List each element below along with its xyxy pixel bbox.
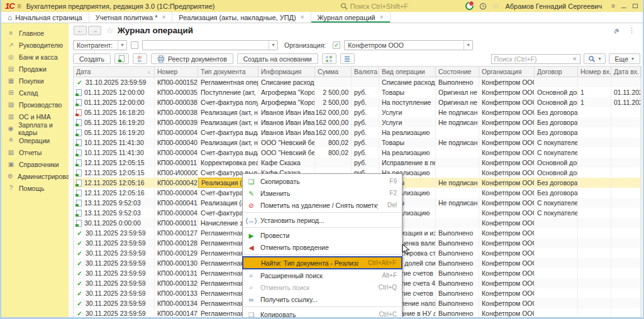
date-cell[interactable]: ✓30.11.2025 23:59:59 <box>74 238 155 248</box>
sidebar-item-производство[interactable]: ▨Производство <box>1 99 69 111</box>
incoming-number-cell[interactable] <box>578 268 611 278</box>
menu-item[interactable]: ❏КопироватьCtrl+C <box>243 308 402 319</box>
date-cell[interactable]: 12.11.2025 12:05:16 <box>74 188 155 198</box>
number-cell[interactable]: КП00-0000048 <box>155 208 198 218</box>
status-cell[interactable]: Не подписан <box>436 107 479 117</box>
sum-cell[interactable]: 162 000,00 <box>315 127 352 138</box>
organization-cell[interactable]: Конфетпром ООО <box>479 107 535 117</box>
contract-cell[interactable]: С покупателем <box>535 138 578 148</box>
organization-cell[interactable]: Конфетпром ООО <box>479 127 535 138</box>
global-search-input[interactable]: Поиск Ctrl+Shift+F <box>340 3 460 10</box>
column-header-8[interactable]: Состояние <box>436 67 479 77</box>
counterparty-filter-checkbox[interactable] <box>131 41 138 49</box>
incoming-number-cell[interactable] <box>578 148 611 158</box>
create-button[interactable]: Создать <box>73 53 111 64</box>
doc-type-cell[interactable]: Счет-фактура выданный <box>198 127 258 138</box>
incoming-number-cell[interactable] <box>578 218 611 228</box>
status-cell[interactable]: Выполнено <box>436 268 479 278</box>
close-tab-icon[interactable]: × <box>380 14 384 21</box>
operation-kind-cell[interactable]: Услуги <box>379 117 436 127</box>
organization-cell[interactable]: Конфетпром ООО <box>479 218 535 228</box>
more-button[interactable]: Еще▾ <box>609 53 640 64</box>
number-cell[interactable]: КП00-000132 <box>155 278 198 288</box>
menu-item[interactable]: ✎ИзменитьF2 <box>243 187 402 199</box>
incoming-number-cell[interactable] <box>578 208 611 218</box>
incoming-number-cell[interactable] <box>578 188 611 198</box>
date-cell[interactable]: 12.11.2025 12:05:15 <box>74 158 155 168</box>
table-row[interactable]: 10.11.2025 11:41:30КП00-000040Реализация… <box>74 138 641 148</box>
incoming-number-cell[interactable] <box>578 278 611 288</box>
number-cell[interactable]: КП00-0000045 <box>155 127 198 138</box>
organization-cell[interactable]: Конфетпром ООО <box>479 288 535 298</box>
info-cell[interactable]: ООО "Невский берег" <box>258 148 315 158</box>
contract-cell[interactable]: Основной дого... <box>535 97 578 107</box>
currency-cell[interactable] <box>352 77 379 87</box>
organization-cell[interactable]: Конфетпром ООО <box>479 238 535 248</box>
counterparty-filter-select[interactable]: Контрагент:▾ <box>73 40 127 50</box>
incoming-number-cell[interactable]: 1 <box>578 97 611 107</box>
incoming-number-cell[interactable] <box>578 158 611 168</box>
list-settings-button[interactable] <box>322 53 336 64</box>
contract-cell[interactable]: С покупателем <box>535 198 578 208</box>
organization-cell[interactable]: Конфетпром ООО <box>479 268 535 278</box>
nav-forward-button[interactable]: → <box>88 26 101 35</box>
number-cell[interactable]: КП00-000042 <box>155 178 198 188</box>
number-cell[interactable]: КП00-000035 <box>155 87 198 97</box>
contract-cell[interactable] <box>535 228 578 238</box>
number-cell[interactable]: КП00-000129 <box>155 248 198 258</box>
organization-cell[interactable]: Конфетпром ООО <box>479 138 535 148</box>
table-header-row[interactable]: Дата↓НомерТип документаИнформацияСуммаВа… <box>74 67 641 77</box>
organization-cell[interactable]: Конфетпром ООО <box>479 278 535 288</box>
number-cell[interactable]: КП00-000147 <box>155 308 198 317</box>
incoming-number-cell[interactable] <box>578 198 611 208</box>
contract-cell[interactable] <box>535 77 578 87</box>
status-cell[interactable]: Выполнено <box>436 278 479 288</box>
organization-cell[interactable]: Конфетпром ООО <box>479 198 535 208</box>
doc-type-cell[interactable]: Корректировка реализации <box>198 158 258 168</box>
incoming-date-cell[interactable] <box>611 238 641 248</box>
status-cell[interactable]: Выполнено <box>436 248 479 258</box>
sidebar-item-склад[interactable]: ⊞Склад <box>1 87 69 99</box>
number-cell[interactable]: КП00-000152 <box>155 77 198 87</box>
organization-cell[interactable]: Конфетпром ООО <box>479 168 535 178</box>
more-options-icon[interactable]: ⋮ <box>628 26 635 35</box>
column-header-1[interactable]: Дата↓ <box>74 67 155 77</box>
column-header-5[interactable]: Сумма <box>315 67 352 77</box>
date-cell[interactable]: 13.11.2025 9:52:03 <box>74 208 155 218</box>
status-cell[interactable]: Выполнено <box>436 308 479 317</box>
incoming-date-cell[interactable] <box>611 308 641 317</box>
contract-cell[interactable]: Без договора <box>535 107 578 117</box>
number-cell[interactable]: КП00-0000046 <box>155 148 198 158</box>
contract-cell[interactable]: Основной дого... <box>535 158 578 168</box>
organization-cell[interactable]: Конфетпром ООО <box>479 188 535 198</box>
info-cell[interactable]: Кафе Сказка <box>258 158 315 168</box>
get-link-icon[interactable] <box>613 27 621 35</box>
menu-item[interactable]: ∞Получить ссылку... <box>243 293 402 305</box>
table-row[interactable]: ✓31.10.2025 23:59:59КП00-000152Регламент… <box>74 77 641 87</box>
status-cell[interactable]: Не подписан <box>436 117 479 127</box>
create-based-on-button[interactable]: Создать на основании <box>237 53 318 64</box>
contract-cell[interactable]: Без договора <box>535 178 578 188</box>
date-cell[interactable]: 05.11.2025 16:19:20 <box>74 127 155 138</box>
contract-cell[interactable] <box>535 268 578 278</box>
date-cell[interactable]: 01.11.2025 12:00:00 <box>74 97 155 107</box>
doc-type-cell[interactable]: Счет-фактура полученный <box>198 97 258 107</box>
menu-item[interactable]: ⌕Отменить поискCtrl+Q <box>243 281 402 293</box>
currency-cell[interactable]: руб. <box>352 148 379 158</box>
sidebar-item-банк-и-касса[interactable]: ◎Банк и касса <box>1 51 69 63</box>
history-clock-icon[interactable] <box>479 3 487 10</box>
doc-type-cell[interactable]: Реализация (акт, накладная... <box>198 117 258 127</box>
date-cell[interactable]: ✓30.11.2025 23:59:59 <box>74 258 155 268</box>
organization-cell[interactable]: Конфетпром ООО <box>479 308 535 317</box>
incoming-number-cell[interactable] <box>578 258 611 268</box>
menu-item[interactable]: ▶Провести <box>243 229 402 241</box>
status-cell[interactable]: Не подписан <box>436 198 479 208</box>
status-cell[interactable] <box>436 127 479 138</box>
number-cell[interactable]: КП00-000011 <box>155 158 198 168</box>
incoming-date-cell[interactable] <box>611 198 641 208</box>
organization-checkbox[interactable]: ✓ <box>333 41 340 49</box>
currency-cell[interactable]: руб. <box>352 97 379 107</box>
number-cell[interactable]: КП00-И000002 <box>155 168 198 178</box>
column-header-10[interactable]: Договор <box>535 67 578 77</box>
number-cell[interactable]: КП00-000130 <box>155 258 198 268</box>
